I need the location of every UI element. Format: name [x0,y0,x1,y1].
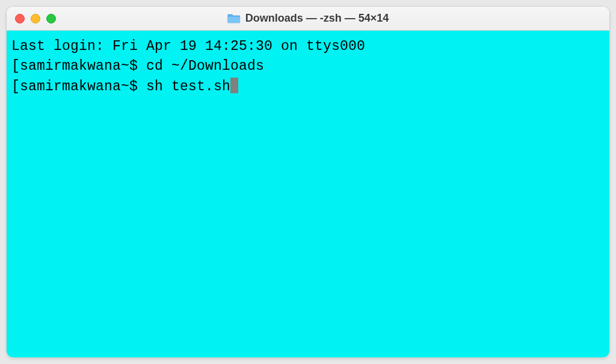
titlebar[interactable]: Downloads — -zsh — 54×14 [7,7,609,31]
command-text: sh test.sh [146,79,230,94]
minimize-button[interactable] [31,14,40,23]
traffic-lights [15,14,56,23]
prompt: samirmakwana~$ [20,79,146,94]
cursor-icon [230,78,238,93]
window-title-area: Downloads — -zsh — 54×14 [227,12,389,25]
last-login-text: Last login: Fri Apr 19 14:25:30 on ttys0… [11,39,365,54]
window-title: Downloads — -zsh — 54×14 [245,12,389,25]
folder-icon [227,13,241,24]
maximize-button[interactable] [46,14,56,23]
terminal-line: Last login: Fri Apr 19 14:25:30 on ttys0… [11,37,605,57]
terminal-line: [samirmakwana~$ cd ~/Downloads [11,57,605,76]
command-text: cd ~/Downloads [146,58,264,74]
prompt-bracket: [ [11,58,20,74]
terminal-body[interactable]: Last login: Fri Apr 19 14:25:30 on ttys0… [7,31,609,357]
terminal-line: [samirmakwana~$ sh test.sh [11,77,605,97]
close-button[interactable] [15,14,25,23]
prompt-bracket: [ [11,79,20,94]
prompt: samirmakwana~$ [20,58,146,74]
terminal-window: Downloads — -zsh — 54×14 Last login: Fri… [6,6,610,358]
